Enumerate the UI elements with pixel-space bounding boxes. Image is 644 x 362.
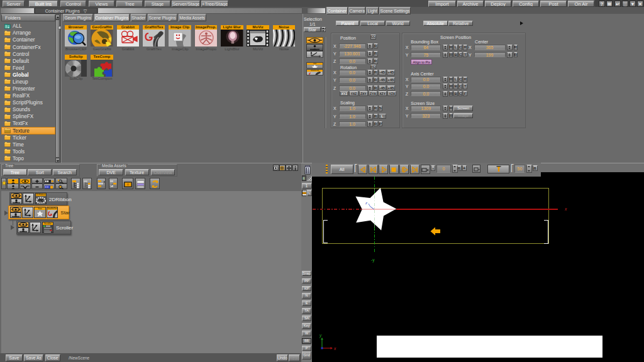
svg-text:y: y — [319, 333, 322, 338]
svg-text:x: x — [333, 346, 336, 351]
